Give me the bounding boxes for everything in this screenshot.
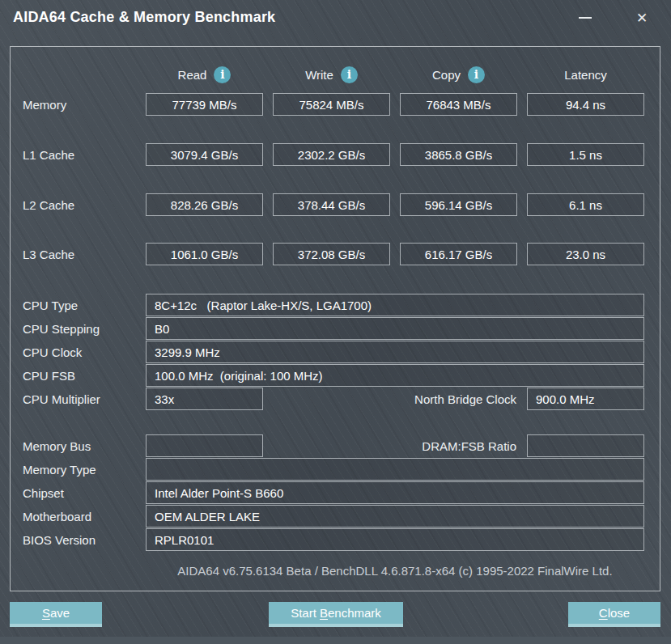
bios-version-label: BIOS Version	[23, 528, 96, 551]
motherboard-label: Motherboard	[23, 505, 91, 527]
chipset-value: Intel Alder Point-S B660	[146, 481, 644, 504]
l3-cache-row-label: L3 Cache	[23, 243, 74, 265]
close-label-post: lose	[608, 606, 631, 620]
minimize-button[interactable]	[571, 5, 599, 31]
cpu-stepping-label: CPU Stepping	[23, 317, 100, 340]
read-header-label: Read	[178, 68, 207, 82]
window-title: AIDA64 Cache & Memory Benchmark	[13, 9, 275, 26]
memory-type-value	[146, 458, 644, 481]
close-label-key: C	[599, 606, 608, 620]
cpu-fsb-label: CPU FSB	[23, 364, 75, 387]
close-icon: ✕	[636, 10, 648, 27]
start-label-post: enchmark	[328, 606, 381, 620]
cpu-type-label: CPU Type	[23, 294, 78, 316]
write-info-icon[interactable]: i	[341, 66, 358, 83]
window-bottom-edge	[0, 637, 671, 644]
north-bridge-clock-label: North Bridge Clock	[273, 388, 516, 410]
l1-latency-value: 1.5 ns	[527, 143, 644, 166]
memory-type-label: Memory Type	[23, 458, 96, 481]
column-header-read: Read i	[146, 65, 263, 84]
l2-cache-row-label: L2 Cache	[23, 193, 74, 216]
cpu-clock-value: 3299.9 MHz	[146, 341, 644, 363]
save-label-key: S	[42, 606, 50, 620]
latency-header-label: Latency	[564, 68, 607, 82]
l2-write-value: 378.44 GB/s	[273, 193, 390, 216]
l3-write-value: 372.08 GB/s	[273, 243, 390, 265]
cpu-clock-label: CPU Clock	[23, 341, 82, 363]
l2-copy-value: 596.14 GB/s	[400, 193, 517, 216]
cpu-multiplier-label: CPU Multiplier	[23, 388, 100, 410]
l1-cache-row-label: L1 Cache	[23, 143, 74, 166]
l1-write-value: 2302.2 GB/s	[273, 143, 390, 166]
start-benchmark-button[interactable]: Start Benchmark	[269, 602, 403, 627]
motherboard-value: OEM ALDER LAKE	[146, 505, 644, 527]
save-button[interactable]: Save	[10, 602, 102, 627]
dram-fsb-ratio-label: DRAM:FSB Ratio	[273, 434, 516, 457]
memory-row-label: Memory	[23, 93, 66, 116]
column-header-latency: Latency	[527, 65, 644, 84]
bios-version-value: RPLR0101	[146, 528, 644, 551]
cpu-multiplier-value: 33x	[146, 388, 263, 410]
start-label-pre: Start	[291, 606, 320, 620]
save-label-post: ave	[50, 606, 70, 620]
north-bridge-clock-value: 900.0 MHz	[527, 388, 644, 410]
memory-read-value: 77739 MB/s	[146, 93, 263, 116]
memory-bus-value	[146, 434, 263, 457]
benchmark-window: AIDA64 Cache & Memory Benchmark ✕ Read i…	[0, 0, 671, 644]
chipset-label: Chipset	[23, 481, 64, 504]
l1-read-value: 3079.4 GB/s	[146, 143, 263, 166]
minimize-icon	[579, 17, 592, 19]
window-close-button[interactable]: ✕	[628, 5, 656, 31]
read-info-icon[interactable]: i	[214, 66, 231, 83]
copy-header-label: Copy	[432, 68, 461, 82]
version-info: AIDA64 v6.75.6134 Beta / BenchDLL 4.6.87…	[146, 564, 644, 578]
column-header-copy: Copy i	[400, 65, 517, 84]
l3-copy-value: 616.17 GB/s	[400, 243, 517, 265]
cpu-type-value: 8C+12c (Raptor Lake-HX/S, LGA1700)	[146, 294, 644, 316]
cpu-fsb-value: 100.0 MHz (original: 100 MHz)	[146, 364, 644, 387]
copy-info-icon[interactable]: i	[468, 66, 485, 83]
memory-latency-value: 94.4 ns	[527, 93, 644, 116]
l3-read-value: 1061.0 GB/s	[146, 243, 263, 265]
memory-bus-label: Memory Bus	[23, 434, 91, 457]
l2-read-value: 828.26 GB/s	[146, 193, 263, 216]
column-header-write: Write i	[273, 65, 390, 84]
memory-copy-value: 76843 MB/s	[400, 93, 517, 116]
start-label-key: B	[320, 606, 328, 620]
l1-copy-value: 3865.8 GB/s	[400, 143, 517, 166]
cpu-stepping-value: B0	[146, 317, 644, 340]
dram-fsb-ratio-value	[527, 434, 644, 457]
close-button[interactable]: Close	[568, 602, 660, 627]
l3-latency-value: 23.0 ns	[527, 243, 644, 265]
l2-latency-value: 6.1 ns	[527, 193, 644, 216]
write-header-label: Write	[305, 68, 333, 82]
memory-write-value: 75824 MB/s	[273, 93, 390, 116]
